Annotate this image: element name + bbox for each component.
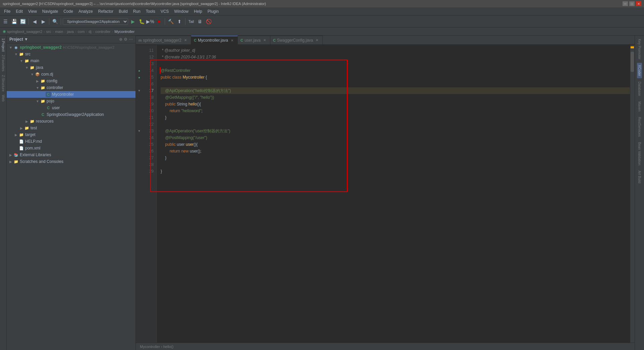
code-line-27: }	[161, 155, 630, 161]
right-panel-database[interactable]: Database	[637, 80, 642, 98]
tree-label-help: HELP.md	[25, 139, 42, 144]
sidebar-icon-add[interactable]: ⊕	[119, 37, 122, 42]
tree-item-mycontroller[interactable]: C Mycontroller	[7, 91, 136, 98]
gutter-15: ●	[136, 74, 143, 81]
breadcrumb-item-java[interactable]: java	[67, 30, 74, 34]
minimize-button[interactable]: ─	[623, 1, 628, 6]
toolbar-run-button[interactable]: ▶	[129, 17, 137, 26]
tree-icon-help: 📄	[19, 139, 24, 144]
tab-swaggerconfig-icon: C	[273, 38, 276, 42]
menu-code[interactable]: Code	[61, 8, 76, 14]
tree-item-comdj[interactable]: ▼ 📦 com.dj	[7, 71, 136, 78]
run-config-select[interactable]: SpringbootSwagger2Application	[63, 18, 128, 25]
toolbar-sync-icon[interactable]: 🔄	[19, 17, 27, 26]
toolbar-update-button[interactable]: ⬆	[175, 17, 183, 26]
tree-item-pom[interactable]: 📄 pom.xml	[7, 145, 136, 151]
maximize-button[interactable]: □	[629, 1, 635, 6]
toolbar-tail-button[interactable]: Tail	[187, 17, 195, 26]
menu-edit[interactable]: Edit	[13, 8, 25, 14]
sidebar: Project ▼ ⊕ ⚙ ⋯ ▼ ◉ springboot_swagger2 …	[7, 36, 136, 350]
tab-mycontroller-close[interactable]: ✕	[231, 39, 233, 42]
gutter-22	[136, 121, 143, 128]
tree-item-main[interactable]: ▼ 📁 main	[7, 57, 136, 64]
menu-analyze[interactable]: Analyze	[76, 8, 96, 14]
tree-item-help[interactable]: 📄 HELP.md	[7, 138, 136, 145]
tree-item-controller[interactable]: ▼ 📁 controller	[7, 84, 136, 91]
sidebar-icon-settings[interactable]: ⚙	[124, 37, 127, 42]
breadcrumb-item-controller[interactable]: controller	[95, 30, 110, 34]
breadcrumb-item-dj[interactable]: dj	[89, 30, 92, 34]
tab-user-close[interactable]: ✕	[263, 38, 266, 42]
toolbar-save-icon[interactable]: 💾	[10, 17, 18, 26]
right-panel-art-build[interactable]: Art Build	[637, 169, 642, 185]
menu-build[interactable]: Build	[116, 8, 130, 14]
tree-arrow-target: ▶	[13, 133, 19, 137]
menu-navigate[interactable]: Navigate	[40, 8, 61, 14]
toolbar-forward-icon[interactable]: ▶	[39, 17, 47, 26]
tab-user[interactable]: C user.java ✕	[238, 36, 270, 44]
left-panel-project[interactable]: 1:Project	[1, 37, 6, 53]
tree-item-test[interactable]: ▶ 📁 test	[7, 125, 136, 131]
tree-item-target[interactable]: ▶ 📁 target	[7, 131, 136, 138]
menu-vcs[interactable]: VCS	[158, 8, 172, 14]
menu-tools[interactable]: Tools	[143, 8, 158, 14]
code-content[interactable]: * @author joker_dj * @create 2020-04-13/…	[157, 45, 630, 343]
editor-scrollbar[interactable]	[630, 45, 635, 343]
breadcrumb-item-com[interactable]: com	[78, 30, 85, 34]
menu-file[interactable]: File	[1, 8, 13, 14]
tree-label-comdj: com.dj	[41, 72, 53, 77]
toolbar-debug-button[interactable]: 🐛	[138, 17, 146, 26]
right-panel-maven[interactable]: Maven	[637, 99, 642, 114]
left-panel-web[interactable]: Web	[1, 93, 6, 103]
tree-item-resources[interactable]: ▶ 📁 resources	[7, 118, 136, 125]
toolbar-project-icon[interactable]: ☰	[1, 17, 9, 26]
menu-refactor[interactable]: Refactor	[96, 8, 116, 14]
tree-label-target: target	[25, 132, 36, 137]
tree-arrow-ext-libs: ▶	[8, 153, 13, 157]
toolbar-stop-button[interactable]: ■	[155, 17, 163, 26]
menu-help[interactable]: Help	[191, 8, 205, 14]
tree-item-user[interactable]: C user	[7, 104, 136, 111]
breadcrumb-item-1[interactable]: ◉ springboot_swagger2	[3, 29, 42, 34]
tab-swagger-close[interactable]: ✕	[184, 38, 187, 42]
tab-swaggerconfig-close[interactable]: ✕	[316, 38, 318, 42]
breadcrumb-item-mycontroller[interactable]: Mycontroller	[114, 30, 135, 34]
tab-mycontroller[interactable]: C Mycontroller.java ✕	[191, 36, 238, 44]
toolbar-screen-icon[interactable]: 🖥	[196, 17, 204, 26]
close-button[interactable]: ✕	[636, 1, 641, 6]
tree-item-config[interactable]: ▶ 📁 config	[7, 78, 136, 84]
gutter-14: ●	[136, 67, 143, 74]
breadcrumb-item-src[interactable]: src	[46, 30, 51, 34]
menu-plugin[interactable]: Plugin	[205, 8, 221, 14]
toolbar-build-button[interactable]: 🔨	[167, 17, 175, 26]
sidebar-icon-more[interactable]: ⋯	[129, 37, 133, 42]
left-panel-structure[interactable]: Z:Structure	[1, 74, 6, 93]
toolbar-search-icon[interactable]: 🔍	[51, 17, 59, 26]
menu-window[interactable]: Window	[171, 8, 191, 14]
toolbar-back-icon[interactable]: ◀	[31, 17, 39, 26]
tab-swaggerconfig[interactable]: C SwaggerConfig.java ✕	[270, 36, 323, 44]
toolbar-sep-1	[29, 18, 29, 25]
tree-item-root[interactable]: ▼ ◉ springboot_swagger2 H:\CSDN\springbo…	[7, 44, 136, 51]
tree-item-src[interactable]: ▼ 📁 src	[7, 51, 136, 57]
tree-item-java[interactable]: ▼ 📁 java	[7, 64, 136, 71]
breadcrumb-item-main[interactable]: main	[55, 30, 63, 34]
menu-run[interactable]: Run	[130, 8, 143, 14]
right-panel-bean-validation[interactable]: Bean Validation	[637, 140, 642, 167]
tree-item-ext-libs[interactable]: ▶ 📚 External Libraries	[7, 151, 136, 158]
tree-item-scratches[interactable]: ▶ 📁 Scratches and Consoles	[7, 158, 136, 165]
code-line-29: }	[161, 168, 630, 175]
right-panel-xcoder[interactable]: XCoder	[637, 63, 642, 78]
tree-item-app[interactable]: C SpringbootSwagger2Application	[7, 111, 136, 118]
tab-swagger[interactable]: m springboot_swagger2 ✕	[136, 36, 191, 44]
menu-view[interactable]: View	[25, 8, 40, 14]
left-panel-favorites[interactable]: 2:Favorites	[1, 53, 6, 73]
right-panel-key-promoter[interactable]: Key Promoter	[637, 37, 642, 61]
right-panel-restservices[interactable]: RestServices	[637, 115, 642, 139]
gutter-26	[136, 148, 143, 155]
toolbar-no-icon[interactable]: 🚫	[205, 17, 213, 26]
tree-item-pojo[interactable]: ▼ 📁 pojo	[7, 98, 136, 104]
tree-label-user: user	[52, 105, 60, 110]
toolbar-run-coverage-button[interactable]: ▶%	[146, 17, 154, 26]
tree-arrow-scratches: ▶	[8, 160, 13, 164]
